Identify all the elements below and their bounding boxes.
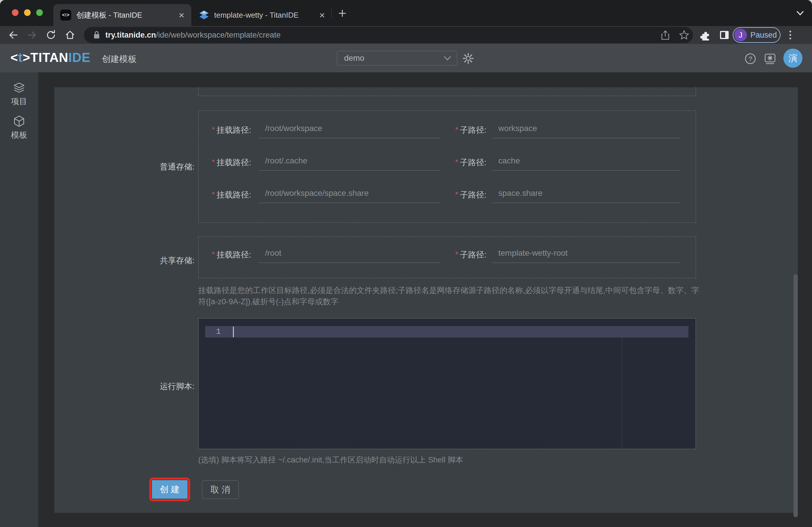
page-background: 普通存储: *挂载路径: /root/workspace *子路径: works… [38, 72, 812, 527]
required-mark: * [212, 250, 215, 259]
mount-path-input[interactable]: /root [259, 245, 440, 263]
settings-gear-icon[interactable] [462, 53, 474, 64]
bookmark-star-icon[interactable] [679, 30, 689, 40]
sub-path-label-text: 子路径: [460, 190, 487, 199]
lock-icon[interactable] [92, 30, 101, 40]
sub-path-label: *子路径: [455, 157, 487, 168]
sub-path-label: *子路径: [455, 125, 487, 136]
page-title: 创建模板 [102, 53, 136, 65]
svg-text:?: ? [749, 55, 752, 62]
workspace-select[interactable]: demo [337, 51, 457, 65]
browser-toolbar: try.titanide.cn/ide/web/workspace/templa… [0, 26, 812, 44]
layers-icon [13, 82, 25, 94]
storage-row: *挂载路径: /root/workspace *子路径: workspace [199, 120, 696, 146]
sidebar-item-label: 项目 [11, 96, 27, 107]
mount-path-label-text: 挂载路径: [216, 250, 251, 259]
titanide-logo[interactable]: <t>TITANIDE [11, 50, 90, 65]
mount-path-input[interactable]: /root/.cache [259, 152, 440, 171]
sub-path-value: cache [498, 152, 680, 169]
reload-button[interactable] [46, 30, 56, 40]
browser-menu-icon[interactable] [788, 29, 792, 41]
app-header: <t>TITANIDE 创建模板 demo ? [0, 44, 812, 72]
mount-path-label-text: 挂载路径: [216, 126, 251, 134]
logo-t: t [18, 50, 23, 64]
sub-path-label: *子路径: [455, 189, 487, 201]
shared-storage-group: *挂载路径: /root *子路径: template-wetty-root [198, 236, 696, 278]
cancel-button[interactable]: 取 消 [202, 480, 239, 499]
mount-path-value: /root/.cache [265, 152, 440, 169]
clipped-section-box [198, 87, 696, 96]
mount-path-label-text: 挂载路径: [216, 190, 251, 199]
mount-path-value: /root [265, 245, 440, 262]
mount-path-value: /root/workspace [265, 120, 440, 137]
sub-path-label-text: 子路径: [460, 126, 487, 134]
profile-paused-button[interactable]: J Paused [733, 27, 781, 43]
sub-path-input[interactable]: workspace [492, 120, 680, 138]
editor-line-number: 1 [211, 327, 221, 336]
tab-separator [331, 8, 332, 18]
close-tab-icon[interactable]: × [178, 10, 184, 20]
run-script-group: 1 [198, 318, 696, 449]
sub-path-value: space.share [498, 185, 680, 202]
page-scrollbar[interactable] [794, 274, 798, 517]
sub-path-value: template-wetty-root [498, 245, 680, 262]
script-editor[interactable]: 1 [199, 319, 695, 449]
forward-button[interactable] [27, 30, 37, 40]
mount-path-label: *挂载路径: [212, 249, 251, 260]
url-host: try.titanide.cn [105, 31, 156, 39]
sub-path-value: workspace [498, 120, 680, 137]
user-avatar[interactable]: 演 [783, 48, 802, 68]
storage-row: *挂载路径: /root/workspace/space.share *子路径:… [199, 185, 696, 211]
storage-row: *挂载路径: /root *子路径: template-wetty-root [199, 245, 696, 271]
paused-label: Paused [750, 31, 777, 40]
address-bar[interactable]: try.titanide.cn/ide/web/workspace/templa… [84, 27, 693, 43]
help-icon[interactable]: ? [744, 53, 756, 65]
sidebar-item-templates[interactable]: 模板 [0, 115, 38, 141]
workspace-select-value: demo [344, 54, 364, 63]
sub-path-label-text: 子路径: [460, 158, 487, 167]
normal-storage-label: 普通存储: [54, 161, 194, 172]
required-mark: * [455, 158, 458, 166]
extensions-puzzle-icon[interactable] [700, 29, 711, 41]
url-path: /ide/web/workspace/template/create [156, 31, 281, 39]
sub-path-input[interactable]: template-wetty-root [492, 245, 680, 263]
maximize-window-button[interactable] [36, 9, 43, 16]
minimize-window-button[interactable] [24, 9, 31, 16]
browser-window: <t> 创建模板 - TitanIDE × template-wetty - T… [0, 0, 812, 527]
chevron-down-icon [443, 56, 452, 61]
favicon-open: < [62, 12, 65, 18]
script-note-text: (选填) 脚本将写入路径 ~/.cache/.init,当工作区启动时自动运行以… [198, 455, 463, 465]
tab-title: 创建模板 - TitanIDE [76, 10, 142, 20]
create-button[interactable]: 创 建 [152, 480, 188, 499]
side-panel-icon[interactable] [719, 29, 730, 41]
home-button[interactable] [65, 30, 75, 40]
close-window-button[interactable] [12, 9, 18, 16]
required-mark: * [455, 190, 458, 199]
shared-storage-label: 共享存储: [54, 255, 194, 266]
sidebar-item-projects[interactable]: 项目 [0, 82, 38, 107]
mount-path-input[interactable]: /root/workspace [259, 120, 440, 138]
normal-storage-group: *挂载路径: /root/workspace *子路径: workspace *… [198, 111, 696, 223]
required-mark: * [455, 250, 458, 259]
tab-template-wetty[interactable]: template-wetty - TitanIDE × [194, 4, 329, 26]
cube-icon [13, 115, 25, 127]
required-mark: * [455, 125, 458, 134]
favicon-close: > [67, 12, 70, 18]
mount-path-label: *挂载路径: [212, 189, 251, 201]
tab-create-template[interactable]: <t> 创建模板 - TitanIDE × [53, 4, 191, 26]
logo-close: > [23, 50, 30, 64]
logo-titan: TITAN [30, 50, 68, 64]
annotation-highlight-box: 创 建 [149, 478, 190, 501]
url-text[interactable]: try.titanide.cn/ide/web/workspace/templa… [105, 31, 281, 40]
sub-path-input[interactable]: space.share [492, 185, 680, 203]
new-tab-button[interactable] [338, 9, 347, 18]
tab-strip: <t> 创建模板 - TitanIDE × template-wetty - T… [0, 0, 812, 26]
app-sidebar: 项目 模板 [0, 72, 38, 527]
close-tab-icon[interactable]: × [319, 10, 325, 20]
sub-path-input[interactable]: cache [492, 152, 680, 171]
back-button[interactable] [8, 30, 18, 40]
mount-path-input[interactable]: /root/workspace/space.share [259, 185, 440, 203]
share-icon[interactable] [661, 30, 670, 41]
tab-search-chevron-icon[interactable] [795, 11, 805, 17]
console-settings-icon[interactable] [764, 53, 777, 65]
